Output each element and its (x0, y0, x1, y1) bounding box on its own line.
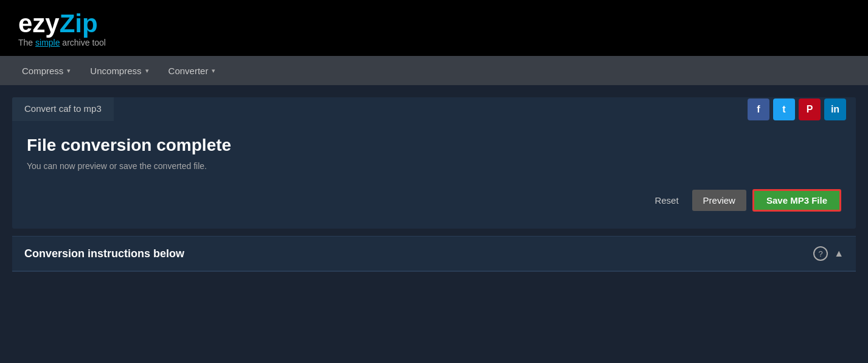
facebook-button[interactable]: f (748, 99, 769, 120)
tagline-before: The (18, 38, 35, 47)
logo-ezy: ezy (18, 9, 60, 38)
twitter-icon: t (782, 104, 785, 115)
linkedin-button[interactable]: in (824, 99, 846, 120)
reset-button[interactable]: Reset (647, 190, 686, 210)
card-title-tab: Convert caf to mp3 (12, 97, 114, 121)
main-nav: Compress ▾ Uncompress ▾ Converter ▾ (0, 56, 868, 85)
nav-uncompress-chevron: ▾ (145, 67, 149, 75)
social-icons: f t P in (748, 99, 846, 120)
action-row: Reset Preview Save MP3 File (27, 189, 841, 212)
main-content: Convert caf to mp3 f t P in File convers… (0, 85, 868, 272)
nav-uncompress[interactable]: Uncompress ▾ (80, 56, 158, 85)
tagline-simple: simple (35, 38, 60, 47)
conversion-subtitle: You can now preview or save the converte… (27, 161, 841, 171)
logo[interactable]: ezyZip The simple archive tool (18, 11, 106, 47)
instructions-bar: Conversion instructions below ? ▲ (12, 236, 856, 271)
facebook-icon: f (757, 104, 760, 115)
linkedin-icon: in (831, 104, 839, 115)
divider (12, 271, 856, 272)
instructions-actions: ? ▲ (813, 246, 844, 261)
nav-converter-chevron: ▾ (212, 67, 215, 75)
instructions-title: Conversion instructions below (24, 247, 184, 260)
save-mp3-button[interactable]: Save MP3 File (752, 189, 841, 212)
nav-compress-label: Compress (22, 66, 63, 76)
nav-compress-chevron: ▾ (67, 67, 71, 75)
pinterest-button[interactable]: P (799, 99, 821, 120)
conversion-title: File conversion complete (27, 136, 841, 155)
card-header: Convert caf to mp3 f t P in (12, 97, 856, 121)
nav-converter-label: Converter (168, 66, 209, 76)
card-body: File conversion complete You can now pre… (12, 121, 856, 229)
logo-tagline: The simple archive tool (18, 38, 106, 47)
preview-button[interactable]: Preview (692, 190, 746, 211)
site-header: ezyZip The simple archive tool (0, 0, 868, 56)
tagline-after: archive tool (60, 38, 105, 47)
nav-uncompress-label: Uncompress (90, 66, 141, 76)
chevron-up-icon[interactable]: ▲ (834, 248, 844, 259)
twitter-button[interactable]: t (773, 99, 795, 120)
nav-compress[interactable]: Compress ▾ (12, 56, 80, 85)
logo-zip: Zip (60, 9, 98, 38)
nav-converter[interactable]: Converter ▾ (159, 56, 226, 85)
help-icon[interactable]: ? (813, 246, 828, 261)
pinterest-icon: P (807, 104, 813, 115)
conversion-card: Convert caf to mp3 f t P in File convers… (12, 97, 856, 229)
